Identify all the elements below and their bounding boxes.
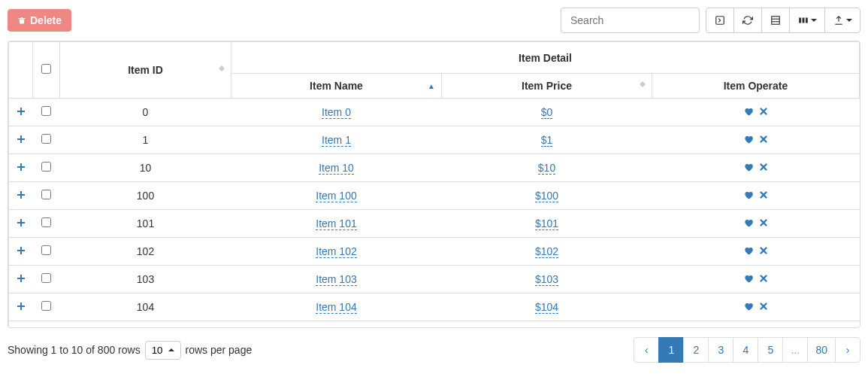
svg-rect-21 xyxy=(17,278,25,279)
remove-icon[interactable] xyxy=(758,273,769,284)
expand-header xyxy=(9,42,33,99)
table-row: 0Item 0$0 xyxy=(9,99,860,126)
svg-rect-19 xyxy=(17,250,25,251)
export-button[interactable] xyxy=(824,8,860,33)
row-checkbox[interactable] xyxy=(41,106,51,116)
table-row: 1Item 1$1 xyxy=(9,126,860,154)
cell-item-price-link[interactable]: $100 xyxy=(535,190,558,202)
page-number[interactable]: 2 xyxy=(683,337,709,363)
plus-icon xyxy=(17,218,26,227)
row-checkbox[interactable] xyxy=(41,301,51,311)
heart-icon[interactable] xyxy=(743,217,754,228)
table-row: 105Item 105$105 xyxy=(9,321,860,328)
heart-icon[interactable] xyxy=(743,190,754,200)
page-number[interactable]: 4 xyxy=(733,337,758,363)
table-row: 100Item 100$100 xyxy=(9,182,860,210)
cell-item-price-link[interactable]: $10 xyxy=(538,162,555,175)
cell-item-price-link[interactable]: $102 xyxy=(535,245,558,258)
refresh-button[interactable] xyxy=(733,8,762,33)
heart-icon[interactable] xyxy=(743,273,754,284)
cell-item-name-link[interactable]: Item 100 xyxy=(316,190,356,202)
plus-icon xyxy=(17,107,26,116)
expand-row-button[interactable] xyxy=(17,106,26,118)
remove-icon[interactable] xyxy=(758,245,769,256)
cell-item-id: 100 xyxy=(60,182,231,210)
remove-icon[interactable] xyxy=(758,162,769,172)
export-icon xyxy=(833,15,844,26)
cell-item-name-link[interactable]: Item 101 xyxy=(316,217,356,230)
page-number[interactable]: 3 xyxy=(708,337,733,363)
row-checkbox[interactable] xyxy=(41,162,51,172)
remove-icon[interactable] xyxy=(758,106,769,117)
heart-icon[interactable] xyxy=(743,162,754,172)
cell-item-price-link[interactable]: $1 xyxy=(541,134,553,147)
delete-label: Delete xyxy=(30,14,62,26)
page-size-selector[interactable]: 10 xyxy=(145,341,181,360)
expand-row-button[interactable] xyxy=(17,134,26,146)
table-row: 10Item 10$10 xyxy=(9,154,860,182)
expand-row-button[interactable] xyxy=(17,162,26,174)
cell-item-name-link[interactable]: Item 102 xyxy=(316,245,356,258)
column-group-item-detail: Item Detail xyxy=(231,42,860,74)
cell-item-name-link[interactable]: Item 103 xyxy=(316,273,356,286)
data-table: Item ID Item Detail Item Name Item Price… xyxy=(8,41,860,328)
row-checkbox[interactable] xyxy=(41,273,51,283)
plus-icon xyxy=(17,274,26,283)
plus-icon xyxy=(17,135,26,144)
column-item-price[interactable]: Item Price xyxy=(442,74,652,99)
page-size-value: 10 xyxy=(152,345,163,356)
row-checkbox[interactable] xyxy=(41,190,51,199)
expand-row-button[interactable] xyxy=(17,245,26,257)
column-item-name[interactable]: Item Name xyxy=(231,74,442,99)
page-number[interactable]: 5 xyxy=(758,337,783,363)
page-number[interactable]: 1 xyxy=(658,337,684,363)
heart-icon[interactable] xyxy=(743,106,754,117)
search-input[interactable] xyxy=(561,8,700,33)
columns-icon xyxy=(798,15,809,26)
cell-item-id: 102 xyxy=(60,238,231,266)
heart-icon[interactable] xyxy=(743,301,754,312)
cell-item-price-link[interactable]: $104 xyxy=(535,301,558,314)
cell-item-price-link[interactable]: $101 xyxy=(535,217,558,230)
toggle-view-button[interactable] xyxy=(761,8,790,33)
cell-item-name-link[interactable]: Item 1 xyxy=(322,134,351,147)
remove-icon[interactable] xyxy=(758,134,769,144)
page-next[interactable]: › xyxy=(835,337,860,363)
svg-rect-23 xyxy=(17,305,25,307)
column-item-id[interactable]: Item ID xyxy=(60,42,231,99)
cell-item-name-link[interactable]: Item 104 xyxy=(316,301,356,314)
pagination-info: Showing 1 to 10 of 800 rows xyxy=(8,344,141,356)
cell-item-id: 101 xyxy=(60,210,231,238)
row-checkbox[interactable] xyxy=(41,245,51,255)
pagination-toggle-button[interactable] xyxy=(706,8,734,33)
cell-item-name-link[interactable]: Item 0 xyxy=(322,106,351,119)
page-number[interactable]: 80 xyxy=(807,337,836,363)
heart-icon[interactable] xyxy=(743,245,754,256)
remove-icon[interactable] xyxy=(758,301,769,312)
cell-item-id: 104 xyxy=(60,293,231,321)
row-checkbox[interactable] xyxy=(41,217,51,227)
remove-icon[interactable] xyxy=(758,190,769,200)
expand-row-button[interactable] xyxy=(17,273,26,285)
cell-item-price-link[interactable]: $103 xyxy=(535,273,558,286)
cell-item-id: 105 xyxy=(60,321,231,328)
caret-up-icon xyxy=(168,348,174,351)
svg-rect-1 xyxy=(772,17,780,25)
select-all-checkbox[interactable] xyxy=(41,64,51,74)
heart-icon[interactable] xyxy=(743,134,754,144)
remove-icon[interactable] xyxy=(758,217,769,228)
columns-button[interactable] xyxy=(789,8,825,33)
svg-rect-5 xyxy=(802,18,804,23)
cell-item-price-link[interactable]: $0 xyxy=(541,106,553,119)
svg-rect-13 xyxy=(17,166,25,168)
expand-row-button[interactable] xyxy=(17,217,26,229)
page-prev[interactable]: ‹ xyxy=(634,337,659,363)
delete-button[interactable]: Delete xyxy=(8,9,71,32)
row-checkbox[interactable] xyxy=(41,134,51,144)
expand-row-button[interactable] xyxy=(17,190,26,202)
select-all-header xyxy=(33,42,60,99)
pagination-icon xyxy=(715,15,725,26)
cell-item-name-link[interactable]: Item 10 xyxy=(319,162,354,175)
expand-row-button[interactable] xyxy=(17,301,26,313)
table-row: 101Item 101$101 xyxy=(9,210,860,238)
